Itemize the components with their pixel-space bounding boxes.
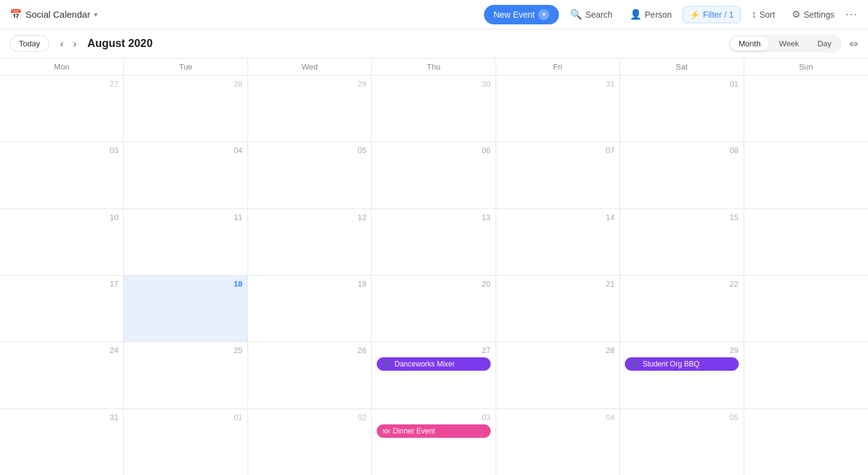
event-danceworks-icon: 🎵: [383, 360, 391, 368]
settings-icon: ⚙: [792, 9, 800, 20]
cal-cell-jul30[interactable]: 30: [372, 76, 496, 141]
cal-cell-sep06-hidden[interactable]: [744, 409, 868, 475]
cal-cell-jul31[interactable]: 31: [496, 76, 620, 141]
cal-cell-aug16-hidden[interactable]: [744, 209, 868, 275]
settings-button[interactable]: ⚙ Settings: [786, 5, 841, 24]
topbar-right: New Event ▾ 🔍 Search 👤 Person ⚡ Filter /…: [484, 5, 858, 24]
topbar-left: 📅 Social Calendar ▾: [10, 9, 477, 20]
cal-cell-aug19[interactable]: 19: [248, 276, 372, 341]
cal-cell-aug25[interactable]: 25: [124, 342, 247, 408]
view-switcher: Month Week Day: [728, 35, 842, 52]
cal-cell-aug30-hidden[interactable]: [744, 342, 868, 408]
cal-cell-aug06[interactable]: 06: [372, 142, 496, 208]
cal-cell-aug09-hidden[interactable]: [744, 142, 868, 208]
cal-cell-aug04[interactable]: 04: [124, 142, 247, 208]
person-icon: 👤: [630, 9, 642, 20]
filter-button[interactable]: ⚡ Filter / 1: [683, 6, 741, 23]
event-dinner-event[interactable]: 🍽 Dinner Event: [377, 424, 490, 438]
topbar: 📅 Social Calendar ▾ New Event ▾ 🔍 Search…: [0, 0, 868, 29]
cal-cell-aug18-today[interactable]: 18: [124, 276, 247, 341]
cal-cell-aug15[interactable]: 15: [620, 209, 744, 275]
cal-cell-aug10[interactable]: 10: [0, 209, 124, 275]
cal-row-6: 31 01 02 03 🍽 Dinner Event 04 05: [0, 409, 868, 475]
cal-cell-aug26[interactable]: 26: [248, 342, 372, 408]
cal-cell-aug13[interactable]: 13: [372, 209, 496, 275]
cal-row-2: 03 04 05 06 07 08: [0, 142, 868, 209]
cal-cell-aug21[interactable]: 21: [496, 276, 620, 341]
new-event-button[interactable]: New Event ▾: [484, 5, 560, 24]
calendar-header: Mon Tue Wed Thu Fri Sat Sun: [0, 59, 868, 76]
calendar-icon: 📅: [10, 9, 22, 20]
cal-cell-sep03[interactable]: 03 🍽 Dinner Event: [372, 409, 496, 475]
header-mon: Mon: [0, 59, 124, 75]
sort-icon: ↕: [752, 9, 756, 20]
cal-cell-sep01[interactable]: 01: [124, 409, 247, 475]
event-student-org-bbq[interactable]: 🎵 Student Org BBQ: [625, 357, 738, 371]
event-bbq-label: Student Org BBQ: [642, 360, 699, 368]
cal-cell-sep04[interactable]: 04: [496, 409, 620, 475]
cal-cell-sep05[interactable]: 05: [620, 409, 744, 475]
month-title: August 2020: [87, 37, 720, 50]
sort-button[interactable]: ↕ Sort: [745, 5, 781, 24]
cal-cell-aug01[interactable]: 01: [620, 76, 744, 141]
view-day-button[interactable]: Day: [809, 37, 840, 51]
search-label: Search: [585, 10, 612, 20]
cal-cell-aug31[interactable]: 31: [0, 409, 124, 475]
cal-cell-jul29[interactable]: 29: [248, 76, 372, 141]
nav-arrows: ‹ ›: [57, 36, 80, 52]
event-dinner-icon: 🍽: [383, 427, 390, 435]
cal-cell-aug24[interactable]: 24: [0, 342, 124, 408]
cal-row-1: 27 28 29 30 31 01: [0, 76, 868, 142]
app-title: Social Calendar: [26, 9, 90, 20]
event-danceworks-label: Danceworks Mixer: [394, 360, 455, 368]
cal-cell-aug11[interactable]: 11: [124, 209, 247, 275]
event-danceworks-mixer[interactable]: 🎵 Danceworks Mixer: [377, 357, 490, 371]
cal-cell-sep02[interactable]: 02: [248, 409, 372, 475]
next-button[interactable]: ›: [69, 36, 80, 52]
title-dropdown-icon[interactable]: ▾: [94, 10, 98, 19]
today-button[interactable]: Today: [10, 35, 49, 52]
cal-cell-aug05[interactable]: 05: [248, 142, 372, 208]
cal-cell-aug20[interactable]: 20: [372, 276, 496, 341]
cal-cell-aug14[interactable]: 14: [496, 209, 620, 275]
cal-cell-aug02-hidden[interactable]: [744, 76, 868, 141]
cal-cell-aug07[interactable]: 07: [496, 142, 620, 208]
view-week-button[interactable]: Week: [770, 37, 808, 51]
cal-cell-jul27[interactable]: 27: [0, 76, 124, 141]
cal-cell-aug12[interactable]: 12: [248, 209, 372, 275]
header-wed: Wed: [248, 59, 372, 75]
cal-cell-aug27[interactable]: 27 🎵 Danceworks Mixer: [372, 342, 496, 408]
cal-cell-aug03[interactable]: 03: [0, 142, 124, 208]
header-thu: Thu: [372, 59, 496, 75]
event-dinner-label: Dinner Event: [393, 427, 435, 435]
cal-cell-aug28[interactable]: 28: [496, 342, 620, 408]
cal-row-4: 17 18 19 20 21 22: [0, 276, 868, 342]
calendar-grid: Mon Tue Wed Thu Fri Sat Sun 27 28 29 30 …: [0, 59, 868, 475]
more-button[interactable]: ···: [845, 8, 858, 21]
person-label: Person: [645, 10, 672, 20]
cal-cell-jul28[interactable]: 28: [124, 76, 247, 141]
cal-cell-aug23-hidden[interactable]: [744, 276, 868, 341]
calendar-nav: Today ‹ › August 2020 Month Week Day ⇔: [0, 29, 868, 59]
filter-label: Filter / 1: [703, 10, 734, 20]
cal-cell-aug22[interactable]: 22: [620, 276, 744, 341]
search-button[interactable]: 🔍 Search: [564, 5, 618, 24]
header-fri: Fri: [496, 59, 620, 75]
header-sat: Sat: [620, 59, 744, 75]
event-bbq-icon: 🎵: [631, 360, 639, 368]
cal-cell-aug29[interactable]: 29 🎵 Student Org BBQ: [620, 342, 744, 408]
new-event-label: New Event: [494, 10, 535, 20]
settings-label: Settings: [803, 10, 834, 20]
sort-label: Sort: [760, 10, 775, 20]
filter-icon: ⚡: [689, 10, 700, 20]
person-button[interactable]: 👤 Person: [624, 5, 678, 24]
search-icon: 🔍: [570, 9, 582, 20]
prev-button[interactable]: ‹: [57, 36, 67, 52]
expand-icon[interactable]: ⇔: [849, 37, 858, 51]
header-tue: Tue: [124, 59, 247, 75]
cal-cell-aug17[interactable]: 17: [0, 276, 124, 341]
new-event-dropdown-icon[interactable]: ▾: [538, 9, 549, 20]
view-month-button[interactable]: Month: [730, 37, 769, 51]
cal-row-3: 10 11 12 13 14 15: [0, 209, 868, 276]
cal-cell-aug08[interactable]: 08: [620, 142, 744, 208]
